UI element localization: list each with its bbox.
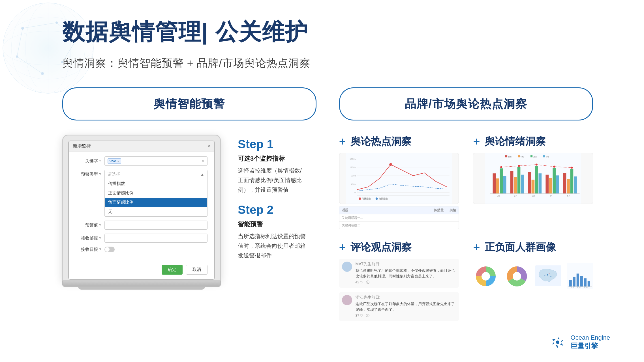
toggle-knob <box>105 247 110 252</box>
alert-value-input[interactable] <box>104 221 207 230</box>
svg-point-80 <box>547 274 548 275</box>
svg-rect-44 <box>493 173 496 193</box>
laptop-mockup: 新增监控 × 关键字 ? <box>62 135 221 290</box>
feature-portrait: + 正负面人群画像 <box>473 240 593 326</box>
bar-chart-svg: 负面 中性 正面 综合 <box>473 153 593 204</box>
comment-avatar-1 <box>342 262 352 272</box>
feature-sentiment-header: + 舆论情绪洞察 <box>473 135 593 148</box>
comment-item-2: 浙江先生前日: 这款厂品次确了在了好印象大的体量，用升强式图象先出来了尾峰，实现… <box>339 292 459 321</box>
dialog-body: 关键字 ? vivo × × <box>69 152 214 262</box>
laptop-area: 新增监控 × 关键字 ? <box>62 135 316 290</box>
laptop-screen: 新增监控 × 关键字 ? <box>68 141 215 280</box>
svg-rect-56 <box>546 175 549 194</box>
two-col-layout: 舆情智能预警 新增监控 × <box>62 87 593 337</box>
email-help-icon: ? <box>99 236 101 240</box>
comment-username-2: 浙江先生前日: <box>356 295 456 300</box>
comment-avatar-2 <box>342 295 352 305</box>
svg-point-83 <box>549 273 550 274</box>
svg-rect-57 <box>549 178 552 193</box>
svg-rect-53 <box>532 180 535 193</box>
portrait-bar-chart: 18-24 25-30 31-40 <box>567 259 593 294</box>
tag-remove-icon[interactable]: × <box>117 160 119 163</box>
form-row-keyword: 关键字 ? vivo × × <box>76 156 207 166</box>
portrait-bars-svg: 18-24 25-30 31-40 <box>567 259 593 293</box>
feature-comment-insight: + 评论观点洞察 MAT先生前日: 我也是很听完了厂的这个非常棒，不仅外观很好看… <box>339 240 459 326</box>
svg-rect-89 <box>584 278 587 286</box>
svg-text:中性: 中性 <box>521 156 524 158</box>
comment-plus-icon: + <box>339 242 346 253</box>
svg-rect-36 <box>505 155 507 157</box>
page-wrapper: 数据舆情管理| 公关维护 舆情洞察：舆情智能预警 + 品牌/市场舆论热点洞察 舆… <box>0 0 644 354</box>
svg-rect-18 <box>346 153 452 204</box>
subtitle: 舆情洞察：舆情智能预警 + 品牌/市场舆论热点洞察 <box>62 56 593 70</box>
alert-type-select[interactable]: 请选择 ▲ 传播指数 正面情感比例 负面情感比例 无 <box>104 170 207 217</box>
vivo-tag: vivo × <box>108 158 121 164</box>
portrait-title: 正负面人群画像 <box>485 240 556 254</box>
alert-value-help-icon: ? <box>99 223 101 227</box>
hot-insight-chart: 1600k 1200k 800k 400k 0 <box>339 153 459 204</box>
table-row-2: 关键词话题二... <box>339 221 459 229</box>
svg-rect-85 <box>569 280 572 286</box>
left-column: 舆情智能预警 新增监控 × <box>62 87 316 337</box>
form-row-daily: 接收日报 ? <box>76 247 207 252</box>
feature-hot-insight: + 舆论热点洞察 <box>339 135 459 229</box>
sentiment-insight-title: 舆论情绪洞察 <box>485 135 546 148</box>
svg-rect-42 <box>543 155 545 157</box>
left-section-box: 舆情智能预警 <box>62 87 316 120</box>
feature-hot-header: + 舆论热点洞察 <box>339 135 459 148</box>
select-input[interactable]: 请选择 ▲ <box>104 170 207 179</box>
sentiment-plus-icon: + <box>473 136 480 148</box>
form-label-keyword: 关键字 ? <box>76 158 101 164</box>
daily-toggle[interactable] <box>104 247 115 252</box>
confirm-button[interactable]: 确定 <box>162 265 183 275</box>
dialog-close-button[interactable]: × <box>207 143 210 149</box>
cancel-button[interactable]: 取消 <box>186 265 207 275</box>
svg-text:800k: 800k <box>351 174 356 177</box>
dialog-footer: 确定 取消 <box>69 262 214 279</box>
comment-content-1: MAT先生前日: 我也是很听完了厂的这个非常棒，不仅外观很好看，而且还也比较多的… <box>356 262 456 285</box>
svg-rect-52 <box>528 172 531 194</box>
right-section-box: 品牌/市场舆论热点洞察 <box>339 87 593 120</box>
svg-rect-40 <box>530 155 532 157</box>
table-row-1: 关键词话题一... <box>339 214 459 221</box>
dropdown-item-none[interactable]: 无 <box>105 207 207 216</box>
svg-text:1600k: 1600k <box>350 158 356 160</box>
form-label-alert-value: 预警值 ? <box>76 223 101 228</box>
email-input[interactable] <box>104 234 207 243</box>
hot-insight-title: 舆论热点洞察 <box>350 135 412 148</box>
portrait-charts: 18-24 25-30 31-40 <box>473 259 593 294</box>
dropdown-item-chuanbo[interactable]: 传播指数 <box>105 179 207 188</box>
feature-portrait-header: + 正负面人群画像 <box>473 240 593 254</box>
dropdown-item-negative[interactable]: 负面情感比例 <box>105 198 207 207</box>
keyword-clear-icon[interactable]: × <box>202 159 204 164</box>
comment-content-2: 浙江先生前日: 这款厂品次确了在了好印象大的体量，用升强式图象先出来了尾峰，实现… <box>356 295 456 318</box>
svg-rect-88 <box>580 276 583 286</box>
form-label-alert-type: 预警类型 ? <box>76 172 101 177</box>
form-row-alert-type: 预警类型 ? 请选择 ▲ 传播指数 <box>76 170 207 217</box>
svg-rect-62 <box>570 169 574 193</box>
svg-rect-38 <box>518 155 520 157</box>
main-title: 数据舆情管理| 公关维护 <box>62 17 593 48</box>
form-row-alert-value: 预警值 ? <box>76 221 207 230</box>
pie-chart-1 <box>473 264 498 289</box>
china-map-svg <box>535 259 561 293</box>
svg-rect-59 <box>556 175 559 193</box>
dialog-title: 新增监控 <box>73 143 91 149</box>
laptop-foot <box>78 287 205 290</box>
svg-text:0: 0 <box>354 191 356 194</box>
laptop-body: 新增监控 × 关键字 ? <box>62 135 221 281</box>
hot-plus-icon: + <box>339 136 346 148</box>
keyword-input[interactable]: vivo × × <box>104 156 207 166</box>
svg-rect-55 <box>539 173 542 193</box>
svg-text:负面: 负面 <box>508 156 512 158</box>
select-placeholder: 请选择 <box>108 172 120 177</box>
svg-rect-48 <box>510 171 514 193</box>
feature-comment-header: + 评论观点洞察 <box>339 240 459 254</box>
svg-text:3月: 3月 <box>532 195 535 197</box>
svg-rect-61 <box>567 179 570 194</box>
svg-text:4月: 4月 <box>550 195 553 197</box>
dropdown-item-positive[interactable]: 正面情感比例 <box>105 188 207 198</box>
svg-rect-90 <box>588 281 590 286</box>
svg-text:31-40: 31-40 <box>584 287 588 288</box>
svg-point-82 <box>544 275 545 276</box>
